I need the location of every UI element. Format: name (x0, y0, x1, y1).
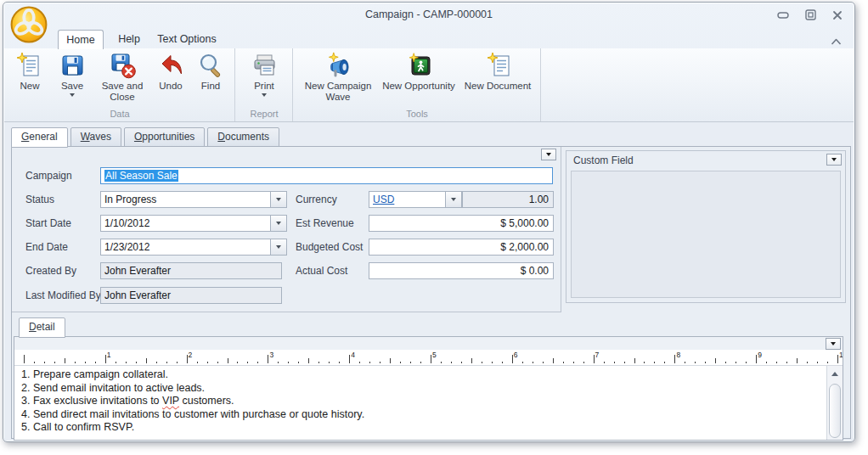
dropdown-arrow-icon (831, 342, 836, 345)
detail-line: 4. Send direct mail invitations to custo… (21, 408, 827, 422)
dropdown-arrow-icon (276, 245, 281, 249)
save-and-close-icon (109, 52, 137, 80)
tab-opportunities[interactable]: Opportunities (124, 127, 205, 147)
new-opportunity-button[interactable]: New Opportunity (379, 49, 459, 92)
undo-label: Undo (159, 81, 183, 92)
ribbon: New Save (4, 48, 854, 122)
ribbon-tab-row: Home Help Text Options (3, 26, 854, 48)
custom-field-dropdown-button[interactable] (826, 154, 842, 166)
exchange-rate-field: 1.00 (462, 191, 554, 208)
misspelled-word: VIP (162, 395, 179, 407)
app-logo-icon (9, 5, 48, 44)
end-date-picker[interactable]: 1/23/2012 (100, 239, 287, 256)
new-document-button[interactable]: New Document (459, 49, 537, 92)
detail-line: 1. Prepare campaign collateral. (21, 368, 827, 382)
new-icon (16, 52, 44, 80)
scroll-up-button[interactable] (828, 367, 842, 380)
tab-waves[interactable]: Waves (70, 127, 121, 147)
new-label: New (20, 81, 39, 92)
save-label: Save (61, 81, 83, 92)
save-and-close-button[interactable]: Save and Close (93, 49, 151, 103)
ribbon-tab-text-options[interactable]: Text Options (153, 30, 221, 48)
title-bar: Campaign - CAMP-000001 (3, 3, 854, 26)
detail-toolbar-strip (14, 337, 843, 350)
detail-text[interactable]: 1. Prepare campaign collateral.2. Send e… (14, 366, 827, 440)
currency-dropdown-button[interactable] (445, 192, 461, 207)
end-date-dropdown-button[interactable] (270, 239, 286, 255)
app-menu-button[interactable] (9, 5, 48, 44)
new-campaign-wave-label: New Campaign Wave (299, 81, 377, 103)
budgeted-cost-label: Budgeted Cost (296, 239, 363, 256)
app-window: Campaign - CAMP-000001 (3, 2, 855, 442)
detail-line: 3. Fax exclusive invitations to VIP cust… (21, 395, 827, 408)
general-tab-panel: Campaign All Season Sale Status In Progr… (11, 146, 851, 439)
custom-field-header: Custom Field (566, 151, 845, 169)
currency-combobox[interactable]: USD (369, 191, 462, 208)
print-button[interactable]: Print (240, 49, 289, 98)
close-button[interactable] (829, 8, 846, 21)
print-label: Print (254, 81, 274, 92)
custom-field-body (571, 171, 841, 298)
new-button[interactable]: New (8, 49, 51, 92)
print-dropdown-arrow-icon[interactable] (262, 93, 267, 98)
tab-general[interactable]: General (11, 127, 68, 148)
actual-cost-input[interactable]: $ 0.00 (369, 262, 554, 279)
dropdown-arrow-icon (276, 222, 281, 225)
detail-line: 5. Call to confirm RSVP. (21, 421, 827, 435)
find-icon (197, 52, 225, 80)
ribbon-tab-help[interactable]: Help (110, 30, 148, 48)
minimize-button[interactable] (775, 8, 792, 21)
undo-icon (157, 52, 185, 80)
find-button[interactable]: Find (190, 49, 231, 92)
dropdown-arrow-icon (546, 153, 551, 156)
save-dropdown-arrow-icon[interactable] (70, 93, 75, 98)
group-label-data: Data (8, 108, 231, 121)
save-button[interactable]: Save (51, 49, 93, 98)
budgeted-cost-input[interactable]: $ 2,000.00 (369, 239, 554, 256)
ribbon-tab-home[interactable]: Home (58, 30, 104, 49)
campaign-input[interactable]: All Season Sale (100, 167, 553, 184)
dropdown-arrow-icon (831, 158, 837, 161)
created-by-field: John Everafter (100, 262, 282, 279)
actual-cost-label: Actual Cost (296, 262, 347, 279)
est-revenue-input[interactable]: $ 5,000.00 (369, 215, 554, 232)
save-and-close-label: Save and Close (95, 81, 149, 103)
currency-link[interactable]: USD (373, 194, 394, 205)
new-document-label: New Document (465, 81, 532, 92)
detail-line: 2. Send email invitation to active leads… (21, 382, 827, 396)
undo-button[interactable]: Undo (151, 49, 190, 92)
minimize-icon (777, 11, 789, 20)
content-area: General Waves Opportunities Documents Ca… (4, 122, 854, 441)
group-label-report: Report (240, 108, 289, 121)
start-date-dropdown-button[interactable] (270, 216, 286, 231)
last-modified-by-field: John Everafter (100, 287, 282, 304)
new-opportunity-label: New Opportunity (382, 81, 455, 92)
ruler: 12345678910 (14, 350, 843, 366)
dropdown-arrow-icon (276, 198, 281, 201)
start-date-picker[interactable]: 1/10/2012 (100, 215, 287, 232)
status-label: Status (25, 191, 54, 208)
new-campaign-wave-button[interactable]: New Campaign Wave (297, 49, 379, 103)
print-icon (251, 52, 279, 80)
tab-documents[interactable]: Documents (207, 127, 279, 147)
ribbon-collapse-button[interactable] (830, 34, 843, 42)
new-campaign-wave-icon (324, 52, 352, 80)
restore-icon (805, 9, 816, 20)
window-title: Campaign - CAMP-000001 (3, 8, 854, 20)
form-options-dropdown-button[interactable] (541, 149, 556, 160)
status-combobox[interactable]: In Progress (100, 191, 287, 208)
ribbon-group-report: Print Report (235, 48, 293, 121)
vertical-scrollbar[interactable] (826, 366, 843, 440)
restore-button[interactable] (802, 8, 819, 21)
collapse-chevron-icon (830, 37, 843, 46)
custom-field-title: Custom Field (573, 154, 634, 166)
detail-options-dropdown-button[interactable] (826, 338, 841, 350)
status-dropdown-button[interactable] (270, 192, 286, 207)
new-document-icon (484, 52, 512, 80)
ribbon-group-tools: New Campaign Wave New Opportunity (293, 48, 541, 121)
new-opportunity-icon (405, 52, 433, 80)
scroll-up-icon (831, 372, 838, 376)
tab-detail[interactable]: Detail (19, 317, 65, 338)
form-region: Campaign All Season Sale Status In Progr… (12, 147, 561, 312)
scrollbar-thumb[interactable] (829, 384, 841, 438)
